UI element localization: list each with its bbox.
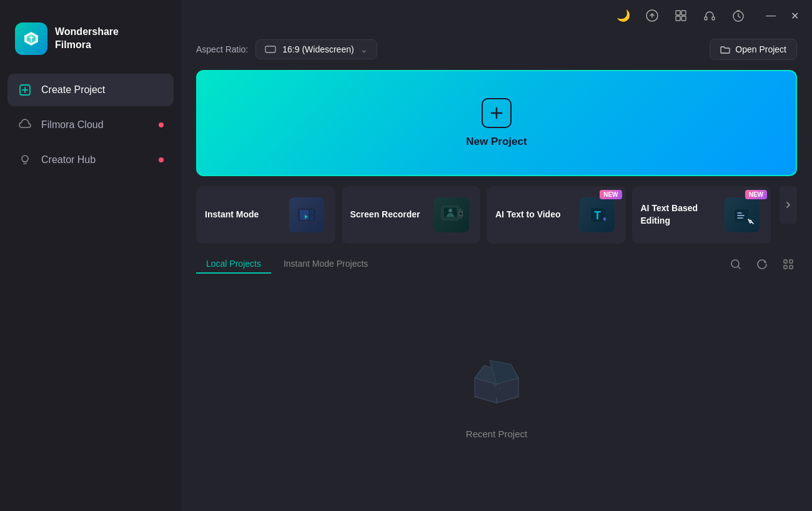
- feature-card-ai-text-video[interactable]: NEW AI Text to Video T: [487, 186, 626, 244]
- new-project-plus-icon: [482, 98, 512, 128]
- ai-text-video-new-badge: NEW: [600, 190, 621, 199]
- ai-text-editing-new-badge: NEW: [745, 190, 767, 199]
- search-icon-button[interactable]: [727, 255, 745, 273]
- ai-text-video-icon: T: [577, 195, 617, 235]
- ai-text-video-label: AI Text to Video: [495, 209, 577, 221]
- svg-rect-27: [790, 260, 793, 263]
- app-logo-icon: [15, 22, 47, 55]
- timer-icon[interactable]: [730, 7, 747, 24]
- aspect-chevron-icon: ⌄: [360, 44, 368, 54]
- logo-area: Wondershare Filmora: [0, 12, 181, 74]
- close-button[interactable]: ✕: [787, 8, 802, 23]
- app-name: Wondershare: [55, 26, 119, 39]
- svg-rect-31: [498, 387, 501, 390]
- create-project-icon: [17, 82, 32, 97]
- svg-rect-12: [300, 210, 309, 220]
- projects-tabs: Local Projects Instant Mode Projects: [196, 255, 797, 274]
- svg-rect-30: [493, 384, 497, 387]
- svg-point-25: [731, 260, 739, 267]
- svg-rect-28: [784, 265, 787, 269]
- headset-icon[interactable]: [701, 7, 718, 24]
- sidebar: Wondershare Filmora Create Project Filmo…: [0, 0, 181, 511]
- svg-rect-26: [784, 260, 787, 263]
- aspect-bar: Aspect Ratio: 16:9 (Widescreen) ⌄ Open P…: [196, 31, 797, 70]
- tabs-right: [727, 255, 797, 273]
- sidebar-label-filmora-cloud: Filmora Cloud: [41, 119, 104, 131]
- svg-rect-13: [310, 210, 314, 214]
- svg-text:T: T: [594, 209, 601, 222]
- svg-rect-6: [681, 16, 686, 21]
- tab-instant-mode-projects[interactable]: Instant Mode Projects: [274, 255, 378, 274]
- open-project-button[interactable]: Open Project: [710, 39, 797, 60]
- ai-text-editing-label: AI Text Based Editing: [641, 202, 723, 227]
- title-bar: 🌙: [181, 0, 812, 31]
- sidebar-label-creator-hub: Creator Hub: [41, 154, 96, 166]
- svg-rect-29: [790, 265, 793, 269]
- svg-rect-14: [310, 216, 314, 220]
- svg-point-17: [448, 209, 452, 212]
- aspect-ratio-value: 16:9 (Widescreen): [282, 44, 354, 54]
- svg-rect-5: [676, 16, 680, 21]
- empty-box-icon: [459, 344, 534, 419]
- aspect-left: Aspect Ratio: 16:9 (Widescreen) ⌄: [196, 39, 377, 59]
- refresh-icon-button[interactable]: [753, 255, 771, 273]
- svg-rect-10: [265, 46, 275, 52]
- feature-card-instant-mode[interactable]: Instant Mode: [196, 186, 335, 244]
- sidebar-nav: Create Project Filmora Cloud Creator Hub: [0, 74, 181, 176]
- more-cards-button[interactable]: [780, 186, 797, 224]
- upload-icon[interactable]: [643, 7, 661, 24]
- logo-text: Wondershare Filmora: [55, 26, 119, 52]
- tab-local-projects[interactable]: Local Projects: [196, 255, 271, 274]
- main-content: 🌙: [181, 0, 812, 511]
- feature-cards-row: Instant Mode Screen Recorder: [196, 186, 797, 244]
- creator-hub-dot: [159, 157, 164, 162]
- new-project-label: New Project: [466, 136, 527, 148]
- empty-state-label: Recent Project: [466, 429, 527, 439]
- sidebar-item-create-project[interactable]: Create Project: [7, 74, 174, 106]
- svg-rect-8: [712, 17, 715, 20]
- svg-point-1: [22, 156, 28, 162]
- svg-point-21: [460, 213, 462, 215]
- app-subtitle: Filmora: [55, 39, 119, 52]
- screen-recorder-icon: [432, 195, 472, 235]
- svg-rect-4: [681, 11, 686, 15]
- empty-state: Recent Project: [196, 284, 797, 499]
- screen-recorder-label: Screen Recorder: [350, 209, 432, 221]
- ai-text-editing-icon: [722, 195, 762, 235]
- aspect-ratio-label: Aspect Ratio:: [196, 44, 248, 54]
- instant-mode-icon: [287, 195, 327, 235]
- sidebar-item-filmora-cloud[interactable]: Filmora Cloud: [7, 109, 174, 141]
- feature-card-screen-recorder[interactable]: Screen Recorder: [342, 186, 481, 244]
- instant-mode-label: Instant Mode: [205, 209, 287, 221]
- cloud-icon: [17, 117, 32, 132]
- filmora-cloud-dot: [159, 122, 164, 127]
- aspect-ratio-select[interactable]: 16:9 (Widescreen) ⌄: [255, 39, 377, 59]
- svg-rect-3: [676, 11, 680, 15]
- sidebar-item-creator-hub[interactable]: Creator Hub: [7, 144, 174, 176]
- svg-rect-7: [705, 17, 707, 20]
- content-area: Aspect Ratio: 16:9 (Widescreen) ⌄ Open P…: [181, 31, 812, 511]
- sidebar-label-create-project: Create Project: [41, 84, 105, 96]
- feature-card-ai-text-editing[interactable]: NEW AI Text Based Editing: [632, 186, 771, 244]
- tabs-left: Local Projects Instant Mode Projects: [196, 255, 378, 274]
- grid-icon[interactable]: [672, 7, 690, 24]
- open-project-label: Open Project: [735, 44, 786, 54]
- window-controls: — ✕: [763, 8, 802, 23]
- view-toggle-icon-button[interactable]: [780, 255, 797, 273]
- minimize-button[interactable]: —: [763, 8, 778, 23]
- bulb-icon: [17, 152, 32, 167]
- new-project-banner[interactable]: New Project: [196, 70, 797, 176]
- clock-icon[interactable]: 🌙: [615, 7, 632, 24]
